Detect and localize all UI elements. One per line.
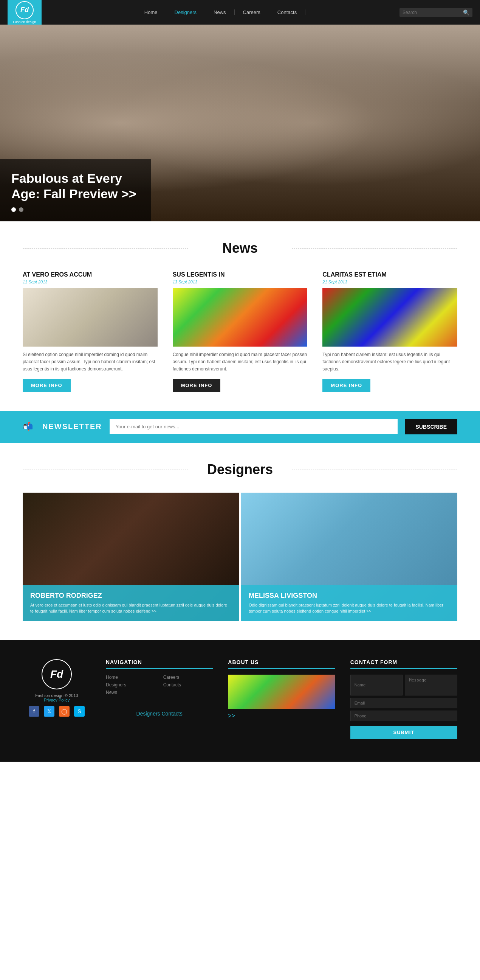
footer-about-title: ABOUT US [228,659,335,669]
search-icon[interactable]: 🔍 [463,10,469,16]
designer-name-2: MELISSA LIVIGSTON [249,592,450,600]
designers-grid: ROBERTO RODRIGEZ At vero eros et accumsa… [23,493,457,621]
rss-icon[interactable]: ◯ [59,706,70,717]
footer-privacy[interactable]: Privacy Policy [44,698,70,702]
footer-link-news[interactable]: News [106,690,156,695]
nav-contacts[interactable]: Contacts [269,10,306,15]
news-title-1: AT VERO EROS ACCUM [23,271,158,278]
hero-text-overlay: Fabulous at Every Age: Fall Preview >> [0,159,151,221]
newsletter-label: NEWSLETTER [42,422,102,431]
contact-message-input[interactable] [405,675,457,695]
footer-logo-circle: Fd [41,659,72,689]
footer-grid: Fd Fashion design © 2013 Privacy Policy … [23,659,457,739]
footer-about: ABOUT US >> [228,659,335,739]
designer-card-2[interactable]: MELISSA LIVIGSTON Odio dignissam qui bla… [241,493,457,621]
newsletter-bar: 📬 NEWSLETTER SUBSCRIBE [0,411,480,443]
footer-logo: Fd Fashion design © 2013 Privacy Policy … [23,659,91,739]
hero-section: Fabulous at Every Age: Fall Preview >> [0,25,480,221]
news-more-btn-3[interactable]: MORE INFO [322,379,371,392]
designer-name-1: ROBERTO RODRIGEZ [30,592,231,600]
designers-section: Designers ROBERTO RODRIGEZ At vero eros … [0,443,480,640]
footer-contact-title: CONTACT FORM [350,659,457,669]
contact-form: SUBMIT [350,675,457,739]
footer-about-image [228,675,335,709]
search-box: 🔍 [399,8,472,17]
news-item-3: CLARITAS EST ETIAM 21 Sept 2013 Typi non… [322,271,457,392]
designer-desc-2: Odio dignissam qui blandit praesent lupt… [249,602,450,614]
contact-submit-button[interactable]: SUBMIT [350,726,457,739]
designer-card-1[interactable]: ROBERTO RODRIGEZ At vero eros et accumsa… [23,493,239,621]
footer-social: f 𝕏 ◯ S [29,706,85,717]
footer-link-home[interactable]: Home [106,675,156,680]
news-text-2: Congue nihil imperdiet doming id quod ma… [173,351,308,373]
news-date-3: 21 Sept 2013 [322,280,457,284]
logo-circle: Fd [16,1,34,19]
skype-icon[interactable]: S [74,706,85,717]
search-input[interactable] [402,10,463,15]
hero-title: Fabulous at Every Age: Fall Preview >> [11,171,140,202]
footer-copyright: Fashion design © 2013 [35,693,78,698]
contact-phone-input[interactable] [350,711,457,721]
footer-nav-title: NAVIGATION [106,659,213,669]
news-text-1: Si eleifend option congue nihil imperdie… [23,351,158,373]
twitter-icon[interactable]: 𝕏 [44,706,54,717]
designers-contacts-link[interactable]: Designers Contacts [106,707,213,721]
newsletter-icon: 📬 [23,422,33,432]
designer-overlay-1: ROBERTO RODRIGEZ At vero eros et accumsa… [23,585,239,621]
news-section: News AT VERO EROS ACCUM 11 Sept 2013 Si … [0,221,480,411]
subscribe-button[interactable]: SUBSCRIBE [405,419,457,434]
news-image-3 [322,288,457,347]
contact-email-input[interactable] [350,698,457,708]
footer-link-designers[interactable]: Designers [106,682,156,687]
newsletter-email-input[interactable] [109,419,398,434]
nav-careers[interactable]: Careers [235,10,269,15]
logo[interactable]: Fd Fashion design [8,0,41,25]
designers-title: Designers [23,461,457,477]
footer: Fd Fashion design © 2013 Privacy Policy … [0,640,480,762]
news-text-3: Typi non habent clariem insitam: est usu… [322,351,457,373]
designer-overlay-2: MELISSA LIVIGSTON Odio dignissam qui bla… [241,585,457,621]
nav-designers[interactable]: Designers [166,10,206,15]
footer-link-careers[interactable]: Careers [163,675,213,680]
news-item-2: SUS LEGENTIS IN 13 Sept 2013 Congue nihi… [173,271,308,392]
news-date-1: 11 Sept 2013 [23,280,158,284]
news-image-2 [173,288,308,347]
main-nav: Home Designers News Careers Contacts [41,10,399,15]
hero-dots [11,207,140,212]
logo-text: Fashion design [13,20,36,24]
nav-news[interactable]: News [205,10,235,15]
header: Fd Fashion design Home Designers News Ca… [0,0,480,25]
news-more-btn-1[interactable]: MORE INFO [23,379,71,392]
hero-dot-1[interactable] [11,207,16,212]
news-title-2: SUS LEGENTIS IN [173,271,308,278]
footer-link-contacts[interactable]: Contacts [163,682,213,687]
news-title: News [23,240,457,256]
news-grid: AT VERO EROS ACCUM 11 Sept 2013 Si eleif… [23,271,457,392]
news-image-1 [23,288,158,347]
footer-nav-grid: Home Careers Designers Contacts News [106,675,213,695]
facebook-icon[interactable]: f [29,706,39,717]
news-title-3: CLARITAS EST ETIAM [322,271,457,278]
footer-contact: CONTACT FORM SUBMIT [350,659,457,739]
news-more-btn-2[interactable]: MORE INFO [173,379,221,392]
footer-navigation: NAVIGATION Home Careers Designers Contac… [106,659,213,739]
contact-name-input[interactable] [350,675,403,695]
news-date-2: 13 Sept 2013 [173,280,308,284]
contact-form-row-1 [350,675,457,695]
designer-desc-1: At vero eros et accumsan et iusto odio d… [30,602,231,614]
news-item-1: AT VERO EROS ACCUM 11 Sept 2013 Si eleif… [23,271,158,392]
nav-home[interactable]: Home [136,10,166,15]
hero-dot-2[interactable] [19,207,24,212]
footer-about-arrow[interactable]: >> [228,713,235,719]
